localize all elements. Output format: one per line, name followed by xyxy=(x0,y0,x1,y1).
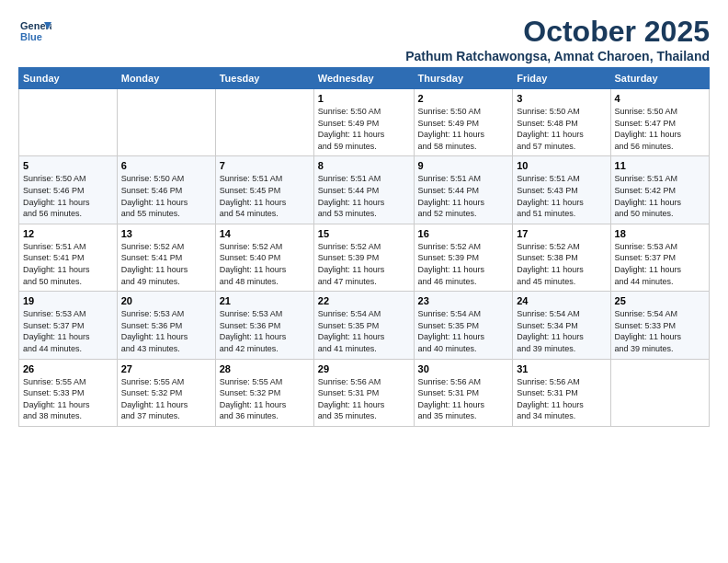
calendar-cell: 7Sunrise: 5:51 AM Sunset: 5:45 PM Daylig… xyxy=(215,156,313,224)
calendar-subtitle: Pathum Ratchawongsa, Amnat Charoen, Thai… xyxy=(405,49,710,63)
day-info: Sunrise: 5:51 AM Sunset: 5:43 PM Dayligh… xyxy=(517,173,606,219)
logo-icon: General Blue xyxy=(18,15,51,48)
weekday-header-monday: Monday xyxy=(117,68,215,89)
calendar-cell: 31Sunrise: 5:56 AM Sunset: 5:31 PM Dayli… xyxy=(513,359,610,426)
calendar-cell: 20Sunrise: 5:53 AM Sunset: 5:36 PM Dayli… xyxy=(117,292,215,359)
day-number: 1 xyxy=(318,93,410,104)
calendar-cell: 21Sunrise: 5:53 AM Sunset: 5:36 PM Dayli… xyxy=(215,292,313,359)
calendar-cell: 14Sunrise: 5:52 AM Sunset: 5:40 PM Dayli… xyxy=(215,224,313,291)
day-number: 5 xyxy=(23,160,113,171)
day-info: Sunrise: 5:51 AM Sunset: 5:41 PM Dayligh… xyxy=(23,241,113,287)
calendar-cell: 4Sunrise: 5:50 AM Sunset: 5:47 PM Daylig… xyxy=(610,89,709,156)
day-info: Sunrise: 5:53 AM Sunset: 5:37 PM Dayligh… xyxy=(23,308,113,354)
day-info: Sunrise: 5:55 AM Sunset: 5:32 PM Dayligh… xyxy=(220,376,310,422)
day-number: 6 xyxy=(121,160,211,171)
calendar-cell: 10Sunrise: 5:51 AM Sunset: 5:43 PM Dayli… xyxy=(513,156,610,224)
day-info: Sunrise: 5:52 AM Sunset: 5:40 PM Dayligh… xyxy=(220,241,310,287)
day-info: Sunrise: 5:54 AM Sunset: 5:35 PM Dayligh… xyxy=(318,308,410,354)
day-number: 25 xyxy=(615,295,705,306)
weekday-header-wednesday: Wednesday xyxy=(313,68,414,89)
page-header: General Blue October 2025 Pathum Ratchaw… xyxy=(18,15,710,63)
weekday-header-saturday: Saturday xyxy=(610,68,709,89)
day-number: 3 xyxy=(517,93,606,104)
calendar-cell: 19Sunrise: 5:53 AM Sunset: 5:37 PM Dayli… xyxy=(19,292,118,359)
day-info: Sunrise: 5:53 AM Sunset: 5:36 PM Dayligh… xyxy=(121,308,211,354)
weekday-header-row: SundayMondayTuesdayWednesdayThursdayFrid… xyxy=(19,68,710,89)
day-number: 26 xyxy=(23,363,113,374)
calendar-cell xyxy=(19,89,118,156)
weekday-header-tuesday: Tuesday xyxy=(215,68,313,89)
day-number: 10 xyxy=(517,160,606,171)
calendar-cell: 11Sunrise: 5:51 AM Sunset: 5:42 PM Dayli… xyxy=(610,156,709,224)
day-info: Sunrise: 5:50 AM Sunset: 5:49 PM Dayligh… xyxy=(318,106,410,152)
day-info: Sunrise: 5:55 AM Sunset: 5:32 PM Dayligh… xyxy=(121,376,211,422)
calendar-cell: 13Sunrise: 5:52 AM Sunset: 5:41 PM Dayli… xyxy=(117,224,215,291)
calendar-cell: 25Sunrise: 5:54 AM Sunset: 5:33 PM Dayli… xyxy=(610,292,709,359)
day-number: 29 xyxy=(318,363,410,374)
day-number: 14 xyxy=(220,228,310,239)
day-number: 9 xyxy=(418,160,509,171)
day-number: 18 xyxy=(615,228,705,239)
calendar-cell: 1Sunrise: 5:50 AM Sunset: 5:49 PM Daylig… xyxy=(313,89,414,156)
calendar-cell: 30Sunrise: 5:56 AM Sunset: 5:31 PM Dayli… xyxy=(414,359,513,426)
weekday-header-friday: Friday xyxy=(513,68,610,89)
day-info: Sunrise: 5:56 AM Sunset: 5:31 PM Dayligh… xyxy=(517,376,606,422)
calendar-table: SundayMondayTuesdayWednesdayThursdayFrid… xyxy=(18,67,710,427)
day-info: Sunrise: 5:50 AM Sunset: 5:46 PM Dayligh… xyxy=(23,173,113,219)
day-number: 17 xyxy=(517,228,606,239)
day-info: Sunrise: 5:54 AM Sunset: 5:33 PM Dayligh… xyxy=(615,308,705,354)
calendar-week-2: 5Sunrise: 5:50 AM Sunset: 5:46 PM Daylig… xyxy=(19,156,710,224)
day-number: 11 xyxy=(615,160,705,171)
calendar-cell: 23Sunrise: 5:54 AM Sunset: 5:35 PM Dayli… xyxy=(414,292,513,359)
calendar-week-5: 26Sunrise: 5:55 AM Sunset: 5:33 PM Dayli… xyxy=(19,359,710,426)
day-info: Sunrise: 5:54 AM Sunset: 5:35 PM Dayligh… xyxy=(418,308,509,354)
calendar-cell xyxy=(610,359,709,426)
day-info: Sunrise: 5:52 AM Sunset: 5:41 PM Dayligh… xyxy=(121,241,211,287)
day-info: Sunrise: 5:56 AM Sunset: 5:31 PM Dayligh… xyxy=(318,376,410,422)
day-info: Sunrise: 5:52 AM Sunset: 5:39 PM Dayligh… xyxy=(418,241,509,287)
day-info: Sunrise: 5:50 AM Sunset: 5:46 PM Dayligh… xyxy=(121,173,211,219)
day-info: Sunrise: 5:53 AM Sunset: 5:36 PM Dayligh… xyxy=(220,308,310,354)
calendar-cell: 9Sunrise: 5:51 AM Sunset: 5:44 PM Daylig… xyxy=(414,156,513,224)
calendar-cell xyxy=(215,89,313,156)
day-info: Sunrise: 5:51 AM Sunset: 5:42 PM Dayligh… xyxy=(615,173,705,219)
calendar-cell: 28Sunrise: 5:55 AM Sunset: 5:32 PM Dayli… xyxy=(215,359,313,426)
svg-text:Blue: Blue xyxy=(20,31,42,42)
day-info: Sunrise: 5:51 AM Sunset: 5:45 PM Dayligh… xyxy=(220,173,310,219)
day-number: 13 xyxy=(121,228,211,239)
day-info: Sunrise: 5:54 AM Sunset: 5:34 PM Dayligh… xyxy=(517,308,606,354)
calendar-week-4: 19Sunrise: 5:53 AM Sunset: 5:37 PM Dayli… xyxy=(19,292,710,359)
calendar-week-3: 12Sunrise: 5:51 AM Sunset: 5:41 PM Dayli… xyxy=(19,224,710,291)
day-number: 19 xyxy=(23,295,113,306)
calendar-cell: 16Sunrise: 5:52 AM Sunset: 5:39 PM Dayli… xyxy=(414,224,513,291)
calendar-cell xyxy=(117,89,215,156)
day-number: 12 xyxy=(23,228,113,239)
day-info: Sunrise: 5:56 AM Sunset: 5:31 PM Dayligh… xyxy=(418,376,509,422)
calendar-cell: 29Sunrise: 5:56 AM Sunset: 5:31 PM Dayli… xyxy=(313,359,414,426)
day-number: 15 xyxy=(318,228,410,239)
day-info: Sunrise: 5:50 AM Sunset: 5:48 PM Dayligh… xyxy=(517,106,606,152)
calendar-cell: 5Sunrise: 5:50 AM Sunset: 5:46 PM Daylig… xyxy=(19,156,118,224)
calendar-week-1: 1Sunrise: 5:50 AM Sunset: 5:49 PM Daylig… xyxy=(19,89,710,156)
day-number: 4 xyxy=(615,93,705,104)
calendar-cell: 24Sunrise: 5:54 AM Sunset: 5:34 PM Dayli… xyxy=(513,292,610,359)
day-number: 28 xyxy=(220,363,310,374)
day-number: 30 xyxy=(418,363,509,374)
calendar-cell: 12Sunrise: 5:51 AM Sunset: 5:41 PM Dayli… xyxy=(19,224,118,291)
day-number: 23 xyxy=(418,295,509,306)
title-block: October 2025 Pathum Ratchawongsa, Amnat … xyxy=(405,15,710,63)
weekday-header-thursday: Thursday xyxy=(414,68,513,89)
calendar-title: October 2025 xyxy=(405,15,710,49)
day-info: Sunrise: 5:53 AM Sunset: 5:37 PM Dayligh… xyxy=(615,241,705,287)
day-number: 8 xyxy=(318,160,410,171)
weekday-header-sunday: Sunday xyxy=(19,68,118,89)
day-number: 2 xyxy=(418,93,509,104)
calendar-cell: 18Sunrise: 5:53 AM Sunset: 5:37 PM Dayli… xyxy=(610,224,709,291)
calendar-cell: 15Sunrise: 5:52 AM Sunset: 5:39 PM Dayli… xyxy=(313,224,414,291)
day-info: Sunrise: 5:52 AM Sunset: 5:38 PM Dayligh… xyxy=(517,241,606,287)
day-number: 21 xyxy=(220,295,310,306)
day-info: Sunrise: 5:55 AM Sunset: 5:33 PM Dayligh… xyxy=(23,376,113,422)
calendar-cell: 8Sunrise: 5:51 AM Sunset: 5:44 PM Daylig… xyxy=(313,156,414,224)
day-number: 27 xyxy=(121,363,211,374)
calendar-cell: 3Sunrise: 5:50 AM Sunset: 5:48 PM Daylig… xyxy=(513,89,610,156)
